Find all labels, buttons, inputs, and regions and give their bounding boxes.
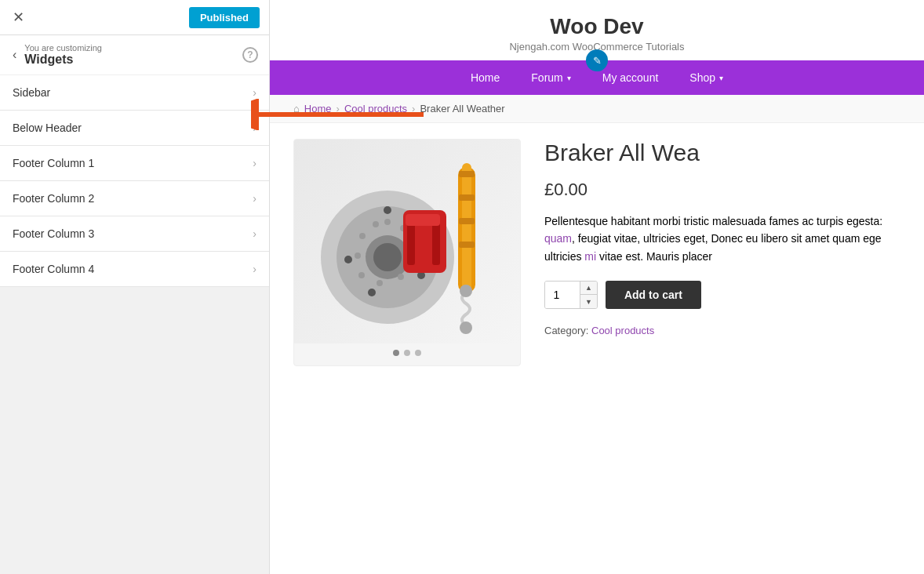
svg-rect-30 — [459, 242, 475, 248]
widget-item-label-sidebar: Sidebar — [13, 86, 50, 99]
svg-point-18 — [355, 252, 361, 259]
widget-item-label-below-header: Below Header — [13, 122, 82, 134]
chevron-icon-sidebar: › — [253, 86, 256, 99]
product-image-container — [293, 139, 521, 366]
image-dots — [393, 350, 421, 356]
svg-point-20 — [373, 221, 379, 227]
product-meta: Category: Cool products — [544, 325, 900, 336]
chevron-icon-footer-column-4: › — [253, 263, 256, 275]
topbar-left: ✕ — [9, 7, 27, 27]
chevron-icon-below-header: › — [253, 122, 256, 134]
site-title: Woo Dev — [286, 14, 908, 39]
widget-item-label-footer-column-4: Footer Column 4 — [13, 263, 94, 275]
breadcrumb-cool-products-link[interactable]: Cool products — [344, 103, 407, 114]
dot-1 — [393, 350, 399, 356]
nav-forum[interactable]: Forum ▾ — [515, 60, 586, 95]
chevron-icon-footer-column-2: › — [253, 192, 256, 205]
preview-area: Woo Dev Njengah.com WooCommerce Tutorial… — [270, 0, 924, 574]
customizer-panel: ✕ Published ‹ You are customizing Widget… — [0, 0, 270, 574]
breadcrumb-home-link[interactable]: Home — [304, 103, 332, 114]
nav-shop[interactable]: Shop ▾ — [674, 60, 739, 95]
site-preview: Woo Dev Njengah.com WooCommerce Tutorial… — [270, 0, 924, 574]
add-to-cart-button[interactable]: Add to cart — [606, 281, 701, 309]
widget-item-below-header[interactable]: Below Header› — [0, 111, 269, 146]
back-button[interactable]: ‹ — [11, 46, 18, 64]
widget-list: Sidebar›Below Header›Footer Column 1›Foo… — [0, 75, 269, 574]
svg-point-31 — [460, 285, 472, 297]
widget-item-sidebar[interactable]: Sidebar› — [0, 75, 269, 111]
product-image — [294, 140, 520, 343]
category-link[interactable]: Cool products — [591, 325, 654, 336]
product-svg — [305, 144, 509, 340]
breadcrumb-current: Braker All Weather — [420, 103, 504, 114]
svg-rect-27 — [459, 171, 475, 177]
quantity-spinner: ▲ ▼ — [580, 282, 597, 308]
section-titles: You are customizing Widgets — [24, 43, 102, 67]
svg-rect-26 — [462, 163, 471, 296]
widget-item-label-footer-column-2: Footer Column 2 — [13, 192, 94, 205]
dot-3 — [415, 350, 421, 356]
widget-item-footer-column-3[interactable]: Footer Column 3› — [0, 216, 269, 252]
svg-rect-29 — [459, 218, 475, 224]
nav-edit-pencil[interactable]: ✎ — [586, 49, 608, 71]
widget-item-footer-column-1[interactable]: Footer Column 1› — [0, 146, 269, 181]
forum-dropdown-icon: ▾ — [567, 74, 571, 82]
section-header: ‹ You are customizing Widgets ? — [0, 35, 269, 75]
description-link-2[interactable]: mi — [584, 250, 596, 263]
description-link-1[interactable]: quam — [544, 232, 572, 245]
product-price: £0.00 — [544, 180, 900, 200]
breadcrumb-sep-2: › — [412, 103, 415, 114]
svg-rect-28 — [459, 194, 475, 201]
product-description: Pellentesque habitant morbi tristic male… — [544, 213, 900, 265]
svg-point-16 — [377, 280, 383, 286]
widget-item-label-footer-column-3: Footer Column 3 — [13, 227, 94, 240]
section-header-left: ‹ You are customizing Widgets — [11, 43, 102, 67]
published-button[interactable]: Published — [189, 7, 260, 28]
quantity-input[interactable] — [545, 282, 580, 308]
site-nav: ✎ Home Forum ▾ My account Shop ▾ — [270, 60, 924, 95]
dot-2 — [404, 350, 410, 356]
panel-topbar: ✕ Published — [0, 0, 269, 35]
svg-rect-24 — [406, 214, 440, 226]
breadcrumb-sep-1: › — [336, 103, 340, 114]
close-button[interactable]: ✕ — [9, 7, 27, 27]
category-label: Category: — [544, 325, 588, 336]
product-details: Braker All Wea £0.00 Pellentesque habita… — [544, 139, 900, 366]
shop-dropdown-icon: ▾ — [719, 74, 723, 82]
svg-point-11 — [384, 219, 391, 225]
widget-item-label-footer-column-1: Footer Column 1 — [13, 157, 94, 169]
section-title: Widgets — [24, 53, 102, 67]
svg-point-19 — [359, 233, 366, 239]
svg-point-32 — [460, 322, 472, 334]
breadcrumb: ⌂ Home › Cool products › Braker All Weat… — [270, 95, 924, 123]
widget-item-footer-column-2[interactable]: Footer Column 2› — [0, 181, 269, 216]
widget-item-footer-column-4[interactable]: Footer Column 4› — [0, 252, 269, 287]
svg-point-15 — [398, 274, 404, 280]
description-text: Pellentesque habitant morbi tristic male… — [544, 215, 882, 263]
quantity-wrapper: ▲ ▼ — [544, 281, 598, 309]
svg-point-9 — [368, 289, 376, 296]
quantity-up-button[interactable]: ▲ — [580, 282, 597, 295]
product-area: Braker All Wea £0.00 Pellentesque habita… — [270, 123, 924, 382]
help-button[interactable]: ? — [242, 47, 258, 63]
svg-point-6 — [384, 206, 391, 214]
nav-home[interactable]: Home — [455, 60, 515, 95]
customizing-label: You are customizing — [24, 43, 102, 53]
add-to-cart-row: ▲ ▼ Add to cart — [544, 281, 900, 309]
svg-point-5 — [373, 243, 402, 271]
svg-point-10 — [344, 256, 352, 263]
product-title: Braker All Wea — [544, 139, 900, 167]
quantity-down-button[interactable]: ▼ — [580, 295, 597, 308]
home-icon: ⌂ — [293, 103, 300, 114]
chevron-icon-footer-column-3: › — [253, 227, 256, 240]
svg-point-17 — [358, 272, 365, 278]
chevron-icon-footer-column-1: › — [253, 157, 256, 169]
